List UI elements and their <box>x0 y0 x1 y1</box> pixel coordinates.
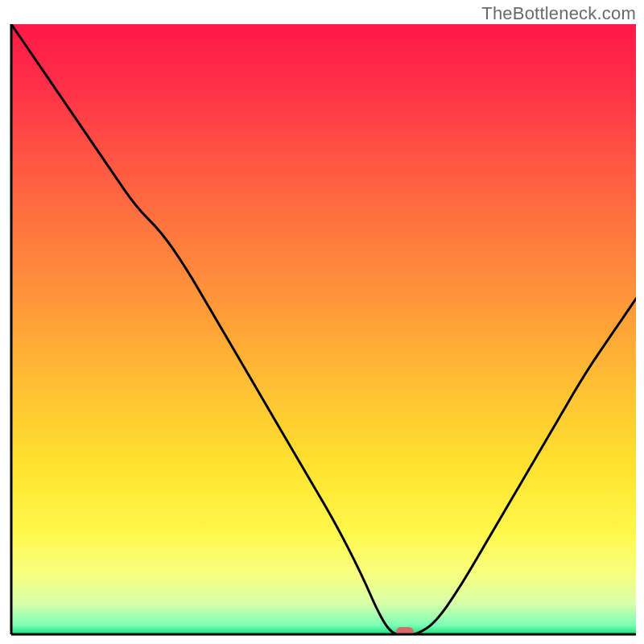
gradient-background <box>11 24 636 634</box>
bottleneck-chart <box>0 0 644 644</box>
watermark-text: TheBottleneck.com <box>481 3 636 24</box>
chart-container: TheBottleneck.com <box>0 0 644 644</box>
